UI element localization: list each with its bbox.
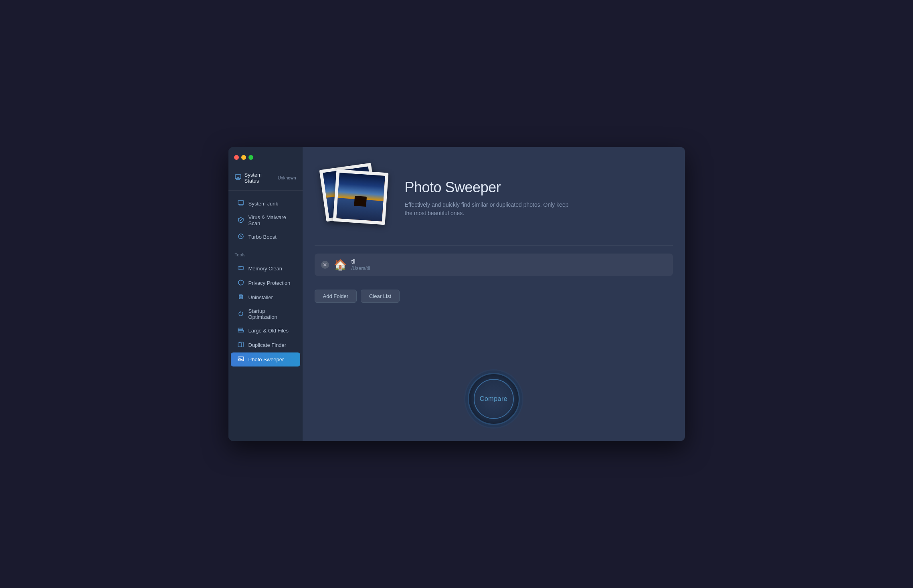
compare-label: Compare — [480, 395, 507, 403]
hero-section: Photo Sweeper Effectively and quickly fi… — [303, 147, 685, 245]
sidebar-item-label: Uninstaller — [248, 294, 273, 300]
main-nav: System Junk Virus & Malware Scan — [228, 191, 303, 248]
shield-scan-icon — [237, 217, 244, 224]
app-window: System Status Unknown System Junk — [228, 147, 685, 441]
photo-icon — [237, 356, 244, 363]
add-folder-button[interactable]: Add Folder — [315, 290, 357, 303]
sidebar-item-label: Privacy Protection — [248, 280, 291, 286]
folder-home-icon: 🏠 — [334, 259, 347, 271]
titlebar — [228, 147, 303, 168]
memory-icon — [237, 265, 244, 272]
folder-path: /Users/tll — [351, 266, 667, 271]
sidebar-item-memory-clean[interactable]: Memory Clean — [231, 262, 300, 276]
sidebar-item-label: Memory Clean — [248, 266, 283, 272]
sidebar: System Status Unknown System Junk — [228, 147, 303, 441]
svg-rect-10 — [238, 343, 242, 347]
monitor-icon — [237, 200, 244, 207]
system-status-section: System Status Unknown — [228, 168, 303, 191]
turbo-icon — [237, 233, 244, 241]
close-button[interactable] — [234, 155, 239, 160]
folder-info: tll /Users/tll — [351, 258, 667, 271]
folder-section: ✕ 🏠 tll /Users/tll — [303, 246, 685, 290]
svg-point-1 — [238, 177, 238, 178]
sidebar-item-label: Duplicate Finder — [248, 342, 287, 348]
sidebar-item-system-junk[interactable]: System Junk — [231, 197, 300, 211]
folder-name: tll — [351, 258, 667, 265]
privacy-icon — [237, 279, 244, 287]
maximize-button[interactable] — [248, 155, 253, 160]
power-icon — [237, 310, 244, 318]
sidebar-item-duplicate-finder[interactable]: Duplicate Finder — [231, 338, 300, 352]
photo-card-front — [333, 169, 388, 225]
sidebar-item-label: Startup Optimization — [248, 308, 294, 320]
trash-icon — [237, 294, 244, 301]
svg-rect-7 — [239, 295, 242, 299]
compare-button[interactable]: Compare — [474, 379, 514, 419]
sidebar-item-large-old-files[interactable]: Large & Old Files — [231, 324, 300, 338]
tools-nav: Memory Clean Privacy Protection — [228, 260, 303, 370]
sidebar-item-turbo-boost[interactable]: Turbo Boost — [231, 230, 300, 244]
remove-folder-button[interactable]: ✕ — [321, 261, 329, 269]
svg-rect-6 — [240, 268, 241, 268]
main-content: Photo Sweeper Effectively and quickly fi… — [303, 147, 685, 441]
clear-list-button[interactable]: Clear List — [361, 290, 400, 303]
system-status-text: System Status — [244, 172, 278, 184]
svg-rect-2 — [238, 201, 244, 204]
svg-rect-8 — [238, 328, 243, 330]
sidebar-item-label: Virus & Malware Scan — [248, 214, 294, 226]
sidebar-item-photo-sweeper[interactable]: Photo Sweeper — [231, 352, 300, 366]
hero-subtitle: Effectively and quickly find similar or … — [405, 201, 573, 217]
sidebar-item-label: Turbo Boost — [248, 234, 277, 240]
sidebar-item-label: System Junk — [248, 201, 278, 207]
system-status-row: System Status Unknown — [235, 172, 296, 184]
status-badge: Unknown — [278, 175, 296, 180]
svg-rect-9 — [238, 330, 244, 332]
files-icon — [237, 327, 244, 334]
hero-title: Photo Sweeper — [405, 179, 665, 196]
compare-ring-outer: Compare — [468, 373, 520, 425]
sidebar-item-label: Photo Sweeper — [248, 356, 284, 362]
hero-text: Photo Sweeper Effectively and quickly fi… — [405, 179, 665, 217]
system-status-icon — [235, 174, 241, 182]
duplicate-icon — [237, 341, 244, 349]
folder-item: ✕ 🏠 tll /Users/tll — [315, 254, 673, 276]
tools-header: Tools — [228, 248, 303, 260]
sidebar-item-startup-optimization[interactable]: Startup Optimization — [231, 305, 300, 323]
sidebar-item-virus-malware-scan[interactable]: Virus & Malware Scan — [231, 211, 300, 230]
sidebar-item-label: Large & Old Files — [248, 328, 289, 334]
minimize-button[interactable] — [241, 155, 246, 160]
traffic-lights — [234, 155, 253, 160]
compare-button-container: Compare — [468, 373, 520, 425]
sidebar-item-privacy-protection[interactable]: Privacy Protection — [231, 276, 300, 290]
action-buttons: Add Folder Clear List — [303, 290, 685, 303]
svg-rect-5 — [239, 268, 240, 268]
system-status-label: System Status — [235, 172, 278, 184]
photo-stack — [323, 163, 393, 233]
sidebar-item-uninstaller[interactable]: Uninstaller — [231, 290, 300, 304]
